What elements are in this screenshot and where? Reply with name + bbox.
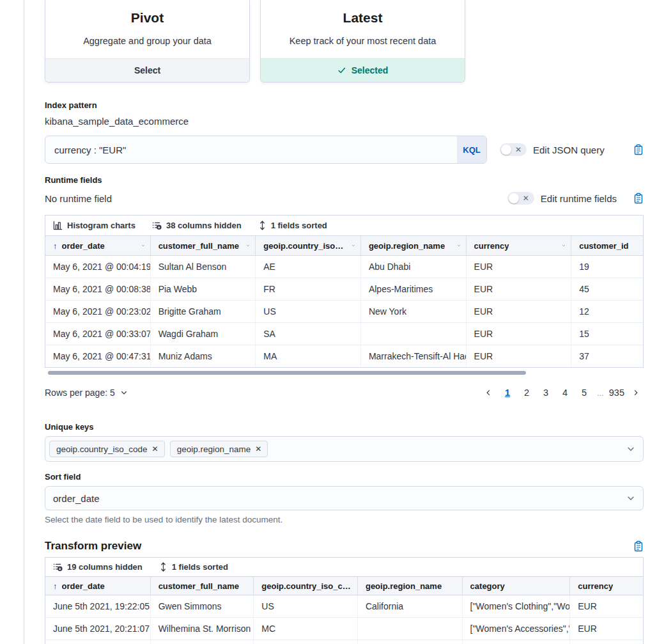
sort-ascending-icon: ↑	[53, 581, 58, 591]
grid-cell: Alpes-Maritimes	[361, 278, 467, 300]
combobox-chevron-icon[interactable]	[626, 444, 635, 453]
page-button-1[interactable]: 1	[500, 385, 515, 400]
page-button-3[interactable]: 3	[538, 385, 553, 400]
copy-preview-icon[interactable]	[633, 540, 644, 552]
unique-key-chip[interactable]: geoip.region_name✕	[170, 441, 268, 457]
pivot-select-label: Select	[134, 65, 160, 75]
copy-runtime-fields-icon[interactable]	[633, 192, 644, 204]
column-header-label: category	[470, 581, 505, 591]
rows-per-page-button[interactable]: Rows per page: 5	[45, 388, 128, 398]
column-header-currency[interactable]: currency	[570, 577, 643, 595]
chevron-down-icon	[137, 242, 145, 249]
sort-field-help-text: Select the date field to be used to iden…	[45, 515, 644, 524]
column-header-customer-full-name[interactable]: customer_full_name	[151, 236, 256, 255]
column-header-customer-id[interactable]: customer_id	[571, 236, 643, 255]
column-header-label: geoip.country_iso_co...	[263, 241, 348, 251]
toggle-off-x-icon: ✕	[523, 194, 529, 202]
grid-cell: MA	[256, 345, 361, 367]
unique-keys-combobox[interactable]: geoip.country_iso_code✕geoip.region_name…	[45, 436, 644, 462]
latest-selected-button[interactable]: Selected	[261, 58, 465, 82]
preview-columns-hidden-label: 19 columns hidden	[67, 562, 143, 572]
preview-grid-toolbar: 19 columns hidden 1 fields sorted	[45, 558, 643, 577]
page-button-2[interactable]: 2	[519, 385, 534, 400]
grid-cell: AE	[256, 256, 361, 278]
column-header-geoip-country-iso-code[interactable]: geoip.country_iso_code	[254, 577, 358, 595]
preview-columns-hidden-button[interactable]: 19 columns hidden	[53, 562, 143, 572]
remove-chip-icon[interactable]: ✕	[255, 444, 261, 453]
fields-sorted-button[interactable]: 1 fields sorted	[258, 221, 327, 230]
chevron-down-icon	[242, 242, 250, 249]
unique-key-chip-label: geoip.region_name	[177, 444, 251, 454]
table-row: June 5th 2021, 20:32:38Sultan Al MoranAE…	[45, 640, 643, 644]
column-header-geoip-country-iso-co[interactable]: geoip.country_iso_co...	[256, 236, 361, 255]
grid-cell: Wilhemina St. Morrison	[151, 618, 254, 640]
page-button-5[interactable]: 5	[576, 385, 592, 400]
fields-sorted-label: 1 fields sorted	[271, 221, 327, 230]
columns-hidden-button[interactable]: 38 columns hidden	[152, 221, 242, 230]
grid-cell: MC	[254, 618, 358, 640]
column-header-geoip-region-name[interactable]: geoip.region_name	[361, 236, 467, 255]
grid-cell: EUR	[467, 345, 572, 367]
grid-cell: May 6, 2021 @ 00:33:07...	[45, 323, 151, 345]
histogram-charts-label: Histogram charts	[67, 221, 135, 230]
grid-cell: ["Women's Accessories","...	[463, 618, 571, 640]
grid-cell: FR	[256, 278, 361, 300]
kql-query-input[interactable]	[45, 136, 457, 163]
horizontal-scrollbar-thumb[interactable]	[48, 371, 526, 375]
table-row: June 5th 2021, 19:22:05Gwen SimmonsUSCal…	[45, 595, 643, 618]
table-row: June 5th 2021, 20:21:07Wilhemina St. Mor…	[45, 618, 643, 640]
grid-cell: 12	[571, 301, 643, 322]
table-row: May 6, 2021 @ 00:04:19...Sultan Al Benso…	[45, 256, 643, 278]
column-header-geoip-region-name[interactable]: geoip.region_name	[358, 577, 463, 595]
grid-cell: Sultan Al Benson	[151, 256, 256, 278]
edit-runtime-fields-toggle[interactable]: ✕	[507, 192, 534, 205]
pivot-select-button[interactable]: Select	[45, 58, 249, 82]
index-pattern-value: kibana_sample_data_ecommerce	[45, 114, 644, 128]
column-header-category[interactable]: category	[463, 577, 571, 595]
source-grid-toolbar: Histogram charts 38 columns hidden 1 fie…	[45, 216, 643, 236]
page-button-4[interactable]: 4	[557, 385, 573, 400]
preview-fields-sorted-label: 1 fields sorted	[172, 562, 228, 572]
index-pattern-label: Index pattern	[45, 100, 644, 111]
histogram-charts-button[interactable]: Histogram charts	[53, 221, 135, 230]
grid-cell: New York	[361, 301, 467, 322]
column-header-order-date[interactable]: ↑order_date	[45, 236, 151, 255]
latest-selected-label: Selected	[352, 65, 389, 75]
preview-fields-sorted-button[interactable]: 1 fields sorted	[159, 562, 228, 572]
column-header-label: geoip.region_name	[369, 241, 445, 251]
page-button-935[interactable]: 935	[609, 385, 624, 400]
transform-mode-cards: Pivot Aggregate and group your data Sele…	[45, 0, 644, 82]
grid-cell: Abu Dhabi	[358, 640, 463, 644]
kql-language-button[interactable]: KQL	[457, 136, 486, 163]
grid-cell: EUR	[467, 278, 572, 300]
edit-json-query-label: Edit JSON query	[533, 145, 605, 155]
grid-cell: EUR	[467, 256, 572, 278]
table-row: May 6, 2021 @ 00:33:07...Wagdi GrahamSAE…	[45, 323, 643, 345]
latest-card-title: Latest	[261, 10, 465, 26]
copy-json-query-icon[interactable]	[633, 144, 644, 155]
grid-cell	[358, 618, 463, 640]
previous-page-button[interactable]	[481, 385, 496, 400]
grid-cell: 15	[571, 323, 643, 345]
column-header-order-date[interactable]: ↑order_date	[45, 577, 151, 595]
grid-cell: Sultan Al Moran	[151, 640, 254, 644]
grid-cell: SA	[256, 323, 361, 345]
unique-key-chip[interactable]: geoip.country_iso_code✕	[49, 441, 165, 457]
columns-icon	[152, 221, 162, 230]
grid-header-row: ↑order_datecustomer_full_namegeoip.count…	[45, 577, 643, 595]
chevron-left-icon	[484, 389, 492, 397]
chevron-down-icon	[558, 242, 566, 249]
column-header-customer-full-name[interactable]: customer_full_name	[151, 577, 254, 595]
sort-field-select[interactable]: order_date	[45, 486, 644, 510]
columns-icon	[53, 562, 63, 572]
edit-json-query-toggle[interactable]: ✕	[500, 143, 527, 156]
grid-cell: AE	[254, 640, 358, 644]
next-page-button[interactable]	[628, 385, 644, 400]
remove-chip-icon[interactable]: ✕	[152, 444, 158, 453]
table-row: May 6, 2021 @ 00:47:31...Muniz AdamsMAMa…	[45, 345, 643, 367]
column-header-currency[interactable]: currency	[467, 236, 572, 255]
grid-cell: Abu Dhabi	[361, 256, 467, 278]
unique-key-chip-label: geoip.country_iso_code	[56, 444, 148, 454]
sort-fields-icon	[159, 562, 167, 572]
edit-runtime-fields-label: Edit runtime fields	[541, 193, 617, 204]
